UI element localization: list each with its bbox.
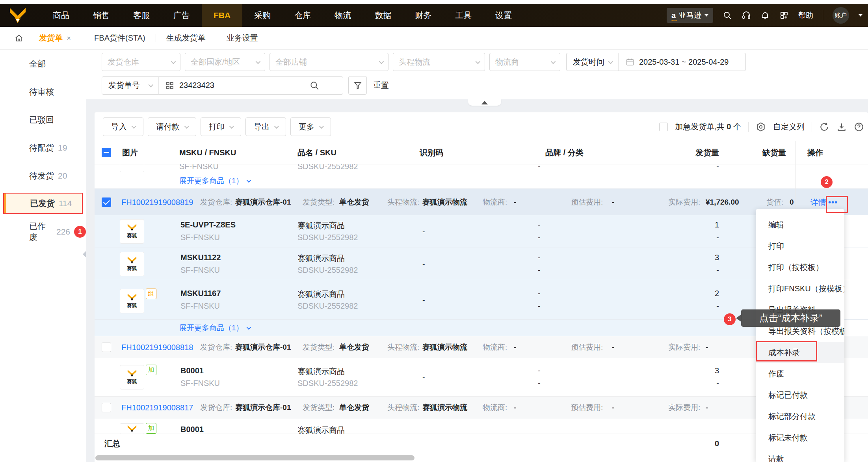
- reset-filters-button[interactable]: 重置: [373, 80, 389, 91]
- col-header-msku: MSKU / FNSKU: [179, 148, 236, 157]
- customize-columns-button[interactable]: 自定义列: [773, 121, 805, 132]
- row-checkbox[interactable]: [102, 403, 111, 412]
- marketplace-label: 亚马逊: [679, 10, 701, 20]
- chevron-down-icon[interactable]: [859, 14, 862, 17]
- search-icon[interactable]: [723, 11, 732, 20]
- apps-grid-icon[interactable]: [779, 11, 789, 20]
- filter-warehouse-select[interactable]: 发货仓库: [102, 53, 180, 71]
- table-row: 赛狐 SF-FNSKU SDSKU-2552982 - -: [95, 164, 868, 173]
- advanced-filter-button[interactable]: [348, 76, 367, 95]
- chevron-down-icon: [551, 59, 556, 64]
- shipment-id-link[interactable]: FH10021919008819: [121, 197, 193, 207]
- menu-item-mark-paid[interactable]: 标记已付款: [756, 384, 844, 406]
- col-header-name: 品名 / SKU: [297, 147, 336, 158]
- sidebar-item-pending-review[interactable]: 待审核: [0, 78, 86, 106]
- download-icon[interactable]: [836, 122, 847, 132]
- marketplace-switcher[interactable]: a 亚马逊: [667, 8, 713, 23]
- sidebar-item-shipped[interactable]: 已发货114: [3, 193, 83, 214]
- menu-item-mark-partial-paid[interactable]: 标记部分付款: [756, 406, 844, 427]
- request-payment-button[interactable]: 请付款: [148, 117, 196, 136]
- filter-collapse-tab[interactable]: [468, 99, 501, 106]
- select-all-checkbox[interactable]: [102, 148, 111, 157]
- menu-item-print-template[interactable]: 打印（按模板）: [756, 257, 844, 278]
- addon-product-badge: 加: [146, 365, 156, 375]
- nav-item-sales[interactable]: 销售: [81, 4, 121, 27]
- menu-item-mark-unpaid[interactable]: 标记未付款: [756, 427, 844, 448]
- nav-item-tools[interactable]: 工具: [443, 4, 483, 27]
- nav-item-data[interactable]: 数据: [363, 4, 403, 27]
- menu-item-print[interactable]: 打印: [756, 235, 844, 257]
- nav-item-finance[interactable]: 财务: [403, 4, 443, 27]
- fox-logo-icon: [127, 224, 137, 231]
- nav-item-warehouse[interactable]: 仓库: [283, 4, 323, 27]
- product-image: 赛狐 加: [120, 365, 144, 389]
- tab-create-shipment[interactable]: 生成发货单: [156, 33, 216, 43]
- nav-item-fba[interactable]: FBA: [202, 4, 242, 27]
- menu-item-request-payment[interactable]: 请款: [756, 448, 844, 462]
- tab-business-settings[interactable]: 业务设置: [216, 33, 268, 43]
- horizontal-scrollbar: [95, 453, 868, 462]
- sidebar-item-to-allocate[interactable]: 待配货19: [0, 134, 86, 162]
- nav-item-settings[interactable]: 设置: [483, 4, 524, 27]
- shipment-search-input[interactable]: [179, 81, 309, 90]
- nav-item-service[interactable]: 客服: [121, 4, 162, 27]
- nav-item-ads[interactable]: 广告: [162, 4, 202, 27]
- search-icon[interactable]: [309, 80, 320, 91]
- menu-item-cost-supplement[interactable]: 成本补录: [756, 342, 844, 363]
- horizontal-scrollbar-thumb[interactable]: [95, 455, 414, 460]
- expand-more-products-link[interactable]: 展开更多商品（1）: [179, 323, 250, 333]
- chevron-down-icon: [171, 59, 176, 64]
- sidebar-collapse-handle[interactable]: [83, 251, 86, 258]
- more-button[interactable]: 更多: [290, 117, 331, 136]
- date-field-select[interactable]: 发货时间: [567, 53, 619, 71]
- menu-item-edit[interactable]: 编辑: [756, 214, 844, 235]
- urgent-only-checkbox[interactable]: [659, 123, 668, 131]
- chevron-down-icon: [319, 124, 324, 129]
- filter-first-leg-select[interactable]: 头程物流: [393, 53, 485, 71]
- import-button[interactable]: 导入: [103, 117, 143, 136]
- sidebar-item-voided[interactable]: 已作废226 1: [0, 218, 86, 246]
- shipment-id-link[interactable]: FH10021919008817: [121, 403, 193, 412]
- addon-product-badge: 加: [146, 423, 156, 434]
- order-field-select[interactable]: 发货单号: [102, 77, 159, 94]
- row-checkbox[interactable]: [102, 197, 111, 207]
- shipment-table-card: 导入 请付款 打印 导出 更多 加急发货单,共 0 个 自定义列 图片 MSKU…: [95, 112, 868, 462]
- nav-item-products[interactable]: 商品: [41, 4, 81, 27]
- date-range-picker[interactable]: 2025-03-31 ~ 2025-04-29: [619, 58, 736, 67]
- detail-link[interactable]: 详情: [810, 197, 826, 207]
- tab-shipment-order[interactable]: 发货单 ×: [31, 27, 79, 50]
- chevron-down-icon: [184, 124, 190, 129]
- home-tab-button[interactable]: [11, 30, 27, 46]
- bell-icon[interactable]: [760, 11, 770, 20]
- row-checkbox[interactable]: [102, 343, 111, 352]
- expand-more-products-link[interactable]: 展开更多商品（1）: [179, 176, 250, 186]
- more-actions-link[interactable]: •••: [828, 197, 838, 207]
- close-icon[interactable]: ×: [67, 34, 71, 43]
- menu-item-print-fnsku-template[interactable]: 打印FNSKU（按模板）: [756, 278, 844, 299]
- menu-item-void[interactable]: 作废: [756, 363, 844, 384]
- product-image: 赛狐: [120, 164, 144, 172]
- urgent-count-label: 加急发货单,共 0 个: [675, 121, 741, 132]
- sidebar-item-to-ship[interactable]: 待发货20: [0, 162, 86, 190]
- account-avatar[interactable]: 账户: [833, 7, 849, 24]
- sidebar-item-all[interactable]: 全部: [0, 50, 86, 78]
- chevron-down-icon: [256, 59, 261, 64]
- nav-item-purchase[interactable]: 采购: [242, 4, 283, 27]
- summary-qty: 0: [640, 439, 719, 448]
- hexagon-settings-icon: [756, 122, 766, 132]
- help-link[interactable]: 帮助: [798, 10, 813, 20]
- nav-item-logistics[interactable]: 物流: [323, 4, 363, 27]
- print-button[interactable]: 打印: [201, 117, 241, 136]
- refresh-icon[interactable]: [819, 122, 829, 132]
- export-button[interactable]: 导出: [245, 117, 286, 136]
- filter-country-select[interactable]: 全部国家/地区: [185, 53, 265, 71]
- help-icon[interactable]: [854, 122, 864, 132]
- filter-carrier-select[interactable]: 物流商: [489, 53, 560, 71]
- sidebar-item-rejected[interactable]: 已驳回: [0, 106, 86, 134]
- filter-store-select[interactable]: 全部店铺: [270, 53, 388, 71]
- row-actions-context-menu: 编辑 打印 打印（按模板） 打印FNSKU（按模板） 导出报关资料 导出报关资料…: [756, 209, 844, 462]
- tab-fba-shipment-sta[interactable]: FBA货件(STA): [84, 33, 156, 43]
- col-header-actions: 操作: [807, 147, 823, 158]
- headset-icon[interactable]: [742, 11, 751, 20]
- shipment-id-link[interactable]: FH10021919008818: [121, 343, 193, 352]
